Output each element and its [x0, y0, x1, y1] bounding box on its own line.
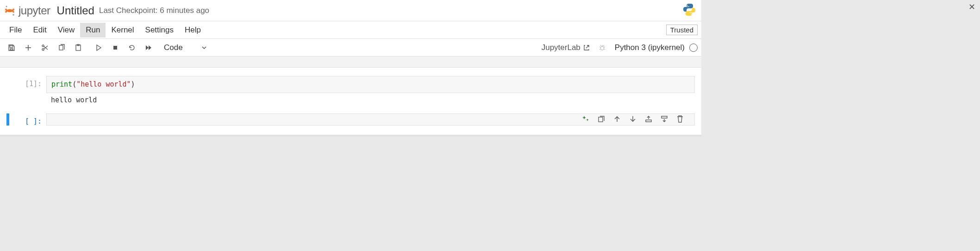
duplicate-cell-button[interactable] — [597, 114, 606, 124]
close-window-button[interactable]: ✕ — [968, 2, 975, 12]
trusted-badge[interactable]: Trusted — [666, 25, 698, 35]
scissors-icon — [41, 44, 49, 51]
debugger-button[interactable] — [594, 41, 610, 55]
trash-icon — [676, 115, 684, 123]
move-cell-down-button[interactable] — [628, 114, 637, 124]
insert-below-icon — [660, 115, 668, 123]
kernel-name[interactable]: Python 3 (ipykernel) — [615, 43, 685, 52]
code-cell[interactable]: [1]: print("hello world") hello world — [0, 76, 701, 107]
move-cell-up-button[interactable] — [612, 114, 622, 124]
insert-cell-button[interactable] — [20, 41, 36, 55]
copy-button[interactable] — [54, 41, 69, 55]
cell-input[interactable]: print("hello world") — [46, 76, 695, 93]
menu-run[interactable]: Run — [80, 23, 106, 38]
insert-cell-above-button[interactable] — [644, 114, 653, 124]
restart-icon — [128, 44, 136, 51]
interrupt-button[interactable] — [107, 41, 123, 55]
menu-help[interactable]: Help — [179, 23, 206, 38]
output-prompt — [9, 93, 46, 97]
cell-output: hello world — [46, 93, 695, 107]
jupyterlab-label: JupyterLab — [542, 43, 581, 52]
run-button[interactable] — [91, 41, 106, 55]
cell-type-label: Code — [164, 43, 183, 52]
toolbar: Code JupyterLab Python 3 (ipykernel) — [0, 39, 701, 56]
bug-icon — [599, 44, 606, 51]
svg-rect-11 — [599, 117, 603, 122]
insert-above-icon — [644, 115, 653, 123]
svg-point-0 — [6, 6, 7, 7]
menu-settings[interactable]: Settings — [140, 23, 179, 38]
plus-icon — [25, 44, 32, 51]
ai-assist-button[interactable] — [581, 114, 590, 124]
cell-type-selector[interactable]: Code — [161, 42, 210, 53]
svg-rect-12 — [646, 120, 651, 122]
paste-button[interactable] — [70, 41, 86, 55]
jupyter-logo-icon — [4, 5, 16, 17]
restart-run-all-button[interactable] — [141, 41, 156, 55]
menu-bar: File Edit View Run Kernel Settings Help … — [0, 21, 701, 39]
svg-point-10 — [600, 46, 604, 50]
save-button[interactable] — [4, 41, 19, 55]
toolbar-spacer — [0, 56, 701, 68]
cell-toolbar — [581, 114, 685, 124]
menu-file[interactable]: File — [4, 23, 27, 38]
checkpoint-text: Last Checkpoint: 6 minutes ago — [99, 6, 209, 15]
jupyter-logo-text: jupyter — [19, 4, 50, 17]
sparkle-icon — [581, 115, 590, 123]
menu-kernel[interactable]: Kernel — [106, 23, 139, 38]
cut-button[interactable] — [37, 41, 53, 55]
copy-icon — [58, 44, 65, 51]
footer-shadow — [0, 135, 701, 138]
svg-rect-13 — [662, 116, 667, 118]
kernel-status-indicator[interactable] — [689, 44, 698, 52]
restart-button[interactable] — [124, 41, 140, 55]
insert-cell-below-button[interactable] — [660, 114, 669, 124]
menu-view[interactable]: View — [52, 23, 81, 38]
duplicate-icon — [597, 115, 605, 123]
cell-prompt: [ ]: — [9, 113, 46, 126]
jupyter-notebook-app: jupyter Untitled Last Checkpoint: 6 minu… — [0, 0, 701, 138]
stop-icon — [112, 44, 119, 51]
chevron-down-icon — [201, 45, 207, 50]
clipboard-icon — [75, 44, 82, 51]
code-cell[interactable]: [ ]: — [0, 113, 701, 126]
svg-rect-6 — [59, 45, 63, 50]
svg-point-2 — [687, 5, 687, 6]
notebook-title[interactable]: Untitled — [57, 4, 94, 17]
jupyter-logo[interactable]: jupyter — [4, 4, 50, 17]
svg-point-3 — [691, 13, 692, 14]
header-bar: jupyter Untitled Last Checkpoint: 6 minu… — [0, 0, 701, 21]
cell-prompt: [1]: — [9, 76, 46, 88]
python-logo-icon — [682, 2, 697, 19]
arrow-down-icon — [629, 115, 637, 123]
delete-cell-button[interactable] — [675, 114, 685, 124]
external-link-icon — [583, 44, 590, 51]
save-icon — [8, 44, 15, 51]
play-icon — [95, 44, 102, 51]
open-jupyterlab-link[interactable]: JupyterLab — [542, 43, 590, 52]
svg-rect-9 — [113, 46, 117, 50]
fast-forward-icon — [145, 44, 152, 51]
svg-point-1 — [12, 14, 14, 16]
arrow-up-icon — [613, 115, 621, 123]
menu-edit[interactable]: Edit — [27, 23, 52, 38]
notebook-area: [1]: print("hello world") hello world [ … — [0, 68, 701, 135]
